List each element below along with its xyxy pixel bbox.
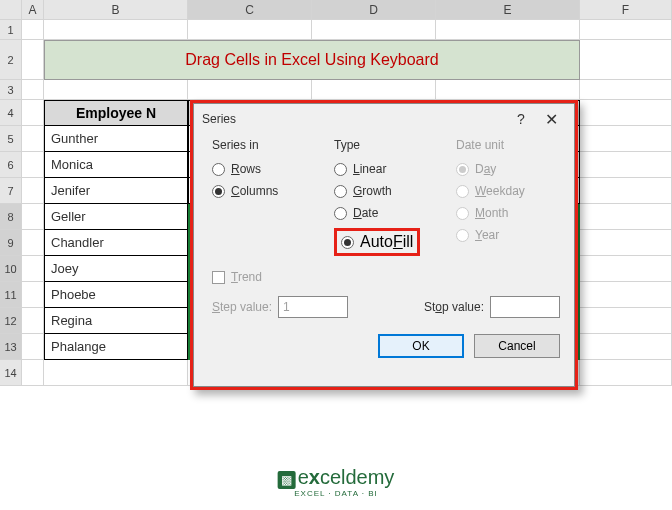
- cell[interactable]: [580, 20, 672, 40]
- row-headers: 1 2 3 4 5 6 7 8 9 10 11 12 13 14: [0, 20, 22, 386]
- dialog-titlebar[interactable]: Series ? ✕: [194, 104, 574, 134]
- cell[interactable]: [22, 230, 44, 256]
- row-header-12[interactable]: 12: [0, 308, 22, 334]
- close-icon[interactable]: ✕: [536, 105, 566, 133]
- table-cell-name[interactable]: Joey: [44, 256, 188, 282]
- type-label: Type: [334, 138, 438, 152]
- col-header-b[interactable]: B: [44, 0, 188, 19]
- cell[interactable]: [22, 80, 44, 100]
- table-cell-name[interactable]: Geller: [44, 204, 188, 230]
- cell[interactable]: [22, 100, 44, 126]
- row-header-8[interactable]: 8: [0, 204, 22, 230]
- table-cell-name[interactable]: Gunther: [44, 126, 188, 152]
- table-cell-name[interactable]: Regina: [44, 308, 188, 334]
- cell[interactable]: [580, 126, 672, 152]
- cell[interactable]: [44, 80, 188, 100]
- radio-autofill-circle[interactable]: [341, 236, 354, 249]
- radio-weekday: Weekday: [456, 184, 560, 198]
- cancel-button[interactable]: Cancel: [474, 334, 560, 358]
- radio-rows[interactable]: Rows: [212, 162, 316, 176]
- cell[interactable]: [22, 40, 44, 80]
- row-header-11[interactable]: 11: [0, 282, 22, 308]
- cell[interactable]: [22, 20, 44, 40]
- cell[interactable]: [22, 152, 44, 178]
- col-header-e[interactable]: E: [436, 0, 580, 19]
- cell[interactable]: [22, 334, 44, 360]
- cell[interactable]: [580, 178, 672, 204]
- radio-linear[interactable]: Linear: [334, 162, 438, 176]
- ok-button[interactable]: OK: [378, 334, 464, 358]
- row-header-2[interactable]: 2: [0, 40, 22, 80]
- row-header-7[interactable]: 7: [0, 178, 22, 204]
- radio-date[interactable]: Date: [334, 206, 438, 220]
- step-value-input: [278, 296, 348, 318]
- radio-growth[interactable]: Growth: [334, 184, 438, 198]
- cell[interactable]: [22, 308, 44, 334]
- cell[interactable]: [188, 80, 312, 100]
- cell[interactable]: [22, 204, 44, 230]
- cell[interactable]: [580, 360, 672, 386]
- row-header-5[interactable]: 5: [0, 126, 22, 152]
- cell[interactable]: [580, 40, 672, 80]
- radio-autofill-label[interactable]: AutoFill: [360, 233, 413, 251]
- cell[interactable]: [580, 100, 672, 126]
- step-value-label: Step value:: [212, 300, 272, 314]
- cell[interactable]: [22, 126, 44, 152]
- cell[interactable]: [580, 152, 672, 178]
- autofill-highlight: AutoFill: [334, 228, 420, 256]
- dialog-title: Series: [202, 112, 236, 126]
- cell[interactable]: [436, 20, 580, 40]
- help-icon[interactable]: ?: [506, 105, 536, 133]
- checkbox-icon: [212, 271, 225, 284]
- cell[interactable]: [580, 282, 672, 308]
- cell[interactable]: [312, 80, 436, 100]
- row-header-10[interactable]: 10: [0, 256, 22, 282]
- cell[interactable]: [22, 360, 44, 386]
- row-header-6[interactable]: 6: [0, 152, 22, 178]
- cell[interactable]: [580, 308, 672, 334]
- table-cell-name[interactable]: Phoebe: [44, 282, 188, 308]
- row-header-4[interactable]: 4: [0, 100, 22, 126]
- cell[interactable]: [580, 80, 672, 100]
- row-header-14[interactable]: 14: [0, 360, 22, 386]
- title-banner[interactable]: Drag Cells in Excel Using Keyboard: [44, 40, 580, 80]
- select-all-corner[interactable]: [0, 0, 22, 19]
- stop-value-label: Stop value:: [424, 300, 484, 314]
- cell[interactable]: [188, 20, 312, 40]
- cell[interactable]: [436, 80, 580, 100]
- cell[interactable]: [312, 20, 436, 40]
- cell[interactable]: [580, 256, 672, 282]
- type-group: Type Linear Growth Date AutoFill: [334, 138, 438, 256]
- col-header-d[interactable]: D: [312, 0, 436, 19]
- date-unit-group: Date unit Day Weekday Month Year: [456, 138, 560, 256]
- col-header-a[interactable]: A: [22, 0, 44, 19]
- cell[interactable]: [580, 204, 672, 230]
- cell[interactable]: [22, 178, 44, 204]
- series-dialog: Series ? ✕ Series in Rows Columns Type L…: [193, 103, 575, 387]
- cell[interactable]: [580, 334, 672, 360]
- cell[interactable]: [44, 20, 188, 40]
- cell[interactable]: [580, 230, 672, 256]
- table-cell-name[interactable]: Jenifer: [44, 178, 188, 204]
- table-cell-name[interactable]: Phalange: [44, 334, 188, 360]
- series-in-group: Series in Rows Columns: [212, 138, 316, 256]
- table-cell-name[interactable]: Chandler: [44, 230, 188, 256]
- radio-day: Day: [456, 162, 560, 176]
- exceldemy-logo: ▩exceldemy EXCEL · DATA · BI: [278, 466, 395, 498]
- radio-columns[interactable]: Columns: [212, 184, 316, 198]
- cell[interactable]: [22, 282, 44, 308]
- row-header-13[interactable]: 13: [0, 334, 22, 360]
- row-header-1[interactable]: 1: [0, 20, 22, 40]
- cell[interactable]: [22, 256, 44, 282]
- table-header-name[interactable]: Employee N: [44, 100, 188, 126]
- cell[interactable]: [44, 360, 188, 386]
- col-header-f[interactable]: F: [580, 0, 672, 19]
- trend-checkbox: Trend: [212, 270, 560, 284]
- radio-year: Year: [456, 228, 560, 242]
- table-cell-name[interactable]: Monica: [44, 152, 188, 178]
- row-header-3[interactable]: 3: [0, 80, 22, 100]
- col-header-c[interactable]: C: [188, 0, 312, 19]
- row-header-9[interactable]: 9: [0, 230, 22, 256]
- date-unit-label: Date unit: [456, 138, 560, 152]
- stop-value-input[interactable]: [490, 296, 560, 318]
